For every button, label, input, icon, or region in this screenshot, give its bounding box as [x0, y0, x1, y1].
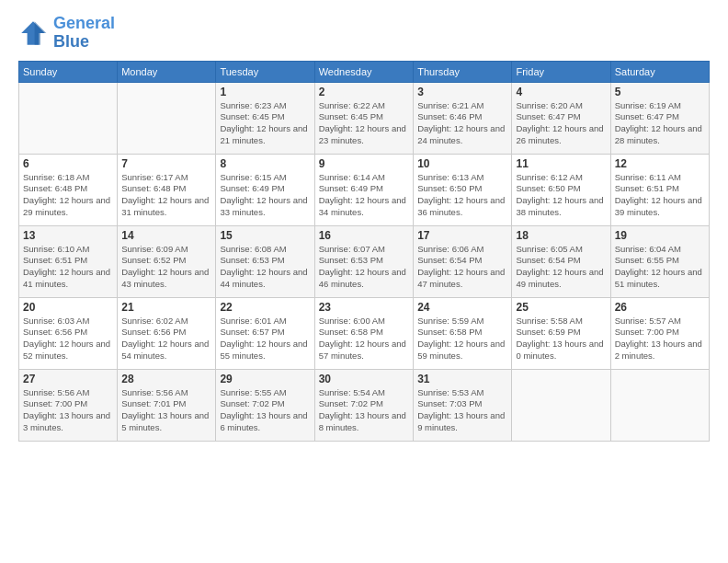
day-number: 7 — [121, 157, 211, 170]
day-number: 26 — [615, 301, 705, 314]
day-number: 25 — [516, 301, 606, 314]
calendar-cell: 18Sunrise: 6:05 AM Sunset: 6:54 PM Dayli… — [512, 225, 610, 297]
day-info: Sunrise: 6:04 AM Sunset: 6:55 PM Dayligh… — [615, 244, 705, 291]
day-info: Sunrise: 6:06 AM Sunset: 6:54 PM Dayligh… — [417, 244, 507, 291]
day-info: Sunrise: 6:22 AM Sunset: 6:45 PM Dayligh… — [319, 100, 409, 147]
header: General Blue — [18, 15, 710, 52]
page: General Blue SundayMondayTuesdayWednesda… — [0, 0, 728, 563]
day-info: Sunrise: 6:17 AM Sunset: 6:48 PM Dayligh… — [121, 172, 211, 219]
day-info: Sunrise: 6:23 AM Sunset: 6:45 PM Dayligh… — [220, 100, 310, 147]
day-info: Sunrise: 6:05 AM Sunset: 6:54 PM Dayligh… — [516, 244, 606, 291]
calendar-week-row: 6Sunrise: 6:18 AM Sunset: 6:48 PM Daylig… — [19, 154, 710, 225]
logo: General Blue — [18, 15, 115, 52]
day-info: Sunrise: 6:20 AM Sunset: 6:47 PM Dayligh… — [516, 100, 606, 147]
calendar-cell — [610, 369, 709, 441]
calendar-cell: 1Sunrise: 6:23 AM Sunset: 6:45 PM Daylig… — [216, 82, 314, 154]
weekday-header-cell: Wednesday — [314, 61, 413, 82]
weekday-header-cell: Monday — [118, 61, 216, 82]
day-number: 30 — [319, 373, 409, 385]
calendar-cell: 17Sunrise: 6:06 AM Sunset: 6:54 PM Dayli… — [414, 225, 512, 297]
weekday-header-cell: Thursday — [414, 61, 512, 82]
calendar-cell: 6Sunrise: 6:18 AM Sunset: 6:48 PM Daylig… — [19, 154, 118, 225]
calendar-cell: 25Sunrise: 5:58 AM Sunset: 6:59 PM Dayli… — [512, 297, 610, 369]
day-info: Sunrise: 5:58 AM Sunset: 6:59 PM Dayligh… — [516, 316, 606, 362]
day-info: Sunrise: 5:54 AM Sunset: 7:02 PM Dayligh… — [319, 387, 409, 434]
calendar-cell: 27Sunrise: 5:56 AM Sunset: 7:00 PM Dayli… — [19, 369, 118, 441]
calendar-cell: 2Sunrise: 6:22 AM Sunset: 6:45 PM Daylig… — [314, 82, 413, 154]
day-info: Sunrise: 6:09 AM Sunset: 6:52 PM Dayligh… — [121, 244, 211, 291]
day-number: 3 — [417, 86, 507, 98]
day-number: 31 — [417, 373, 507, 385]
calendar-cell: 14Sunrise: 6:09 AM Sunset: 6:52 PM Dayli… — [118, 225, 216, 297]
day-number: 18 — [516, 229, 606, 242]
day-number: 19 — [615, 229, 705, 242]
day-info: Sunrise: 6:01 AM Sunset: 6:57 PM Dayligh… — [220, 316, 310, 362]
calendar-cell — [19, 82, 118, 154]
calendar-week-row: 1Sunrise: 6:23 AM Sunset: 6:45 PM Daylig… — [19, 82, 710, 154]
day-info: Sunrise: 6:14 AM Sunset: 6:49 PM Dayligh… — [319, 172, 409, 219]
logo-text: General Blue — [53, 15, 115, 52]
calendar-cell: 20Sunrise: 6:03 AM Sunset: 6:56 PM Dayli… — [19, 297, 118, 369]
day-number: 9 — [319, 157, 409, 170]
calendar-cell: 11Sunrise: 6:12 AM Sunset: 6:50 PM Dayli… — [512, 154, 610, 225]
calendar-cell: 10Sunrise: 6:13 AM Sunset: 6:50 PM Dayli… — [414, 154, 512, 225]
day-info: Sunrise: 5:57 AM Sunset: 7:00 PM Dayligh… — [615, 316, 705, 362]
calendar-cell: 30Sunrise: 5:54 AM Sunset: 7:02 PM Dayli… — [314, 369, 413, 441]
logo-icon — [18, 18, 48, 48]
day-info: Sunrise: 6:12 AM Sunset: 6:50 PM Dayligh… — [516, 172, 606, 219]
day-number: 8 — [220, 157, 310, 170]
day-number: 6 — [23, 157, 113, 170]
calendar-body: 1Sunrise: 6:23 AM Sunset: 6:45 PM Daylig… — [19, 82, 710, 441]
day-info: Sunrise: 5:55 AM Sunset: 7:02 PM Dayligh… — [220, 387, 310, 434]
calendar-cell: 7Sunrise: 6:17 AM Sunset: 6:48 PM Daylig… — [118, 154, 216, 225]
weekday-header-row: SundayMondayTuesdayWednesdayThursdayFrid… — [19, 61, 710, 82]
weekday-header-cell: Saturday — [610, 61, 709, 82]
calendar-cell: 12Sunrise: 6:11 AM Sunset: 6:51 PM Dayli… — [610, 154, 709, 225]
day-info: Sunrise: 6:08 AM Sunset: 6:53 PM Dayligh… — [220, 244, 310, 291]
weekday-header-cell: Sunday — [19, 61, 118, 82]
day-number: 27 — [23, 373, 113, 385]
calendar-week-row: 27Sunrise: 5:56 AM Sunset: 7:00 PM Dayli… — [19, 369, 710, 441]
day-info: Sunrise: 6:18 AM Sunset: 6:48 PM Dayligh… — [23, 172, 113, 219]
weekday-header-cell: Tuesday — [216, 61, 314, 82]
calendar-table: SundayMondayTuesdayWednesdayThursdayFrid… — [18, 61, 710, 442]
calendar-cell: 31Sunrise: 5:53 AM Sunset: 7:03 PM Dayli… — [414, 369, 512, 441]
day-info: Sunrise: 6:02 AM Sunset: 6:56 PM Dayligh… — [121, 316, 211, 362]
calendar-cell: 21Sunrise: 6:02 AM Sunset: 6:56 PM Dayli… — [118, 297, 216, 369]
day-info: Sunrise: 6:21 AM Sunset: 6:46 PM Dayligh… — [417, 100, 507, 147]
calendar-cell — [118, 82, 216, 154]
day-number: 5 — [615, 86, 705, 98]
calendar-cell: 16Sunrise: 6:07 AM Sunset: 6:53 PM Dayli… — [314, 225, 413, 297]
calendar-cell: 28Sunrise: 5:56 AM Sunset: 7:01 PM Dayli… — [118, 369, 216, 441]
day-number: 29 — [220, 373, 310, 385]
day-info: Sunrise: 6:13 AM Sunset: 6:50 PM Dayligh… — [417, 172, 507, 219]
calendar-cell: 24Sunrise: 5:59 AM Sunset: 6:58 PM Dayli… — [414, 297, 512, 369]
day-number: 4 — [516, 86, 606, 98]
day-number: 23 — [319, 301, 409, 314]
calendar-cell: 3Sunrise: 6:21 AM Sunset: 6:46 PM Daylig… — [414, 82, 512, 154]
day-info: Sunrise: 6:00 AM Sunset: 6:58 PM Dayligh… — [319, 316, 409, 362]
day-info: Sunrise: 5:56 AM Sunset: 7:01 PM Dayligh… — [121, 387, 211, 434]
calendar-cell: 9Sunrise: 6:14 AM Sunset: 6:49 PM Daylig… — [314, 154, 413, 225]
calendar-cell: 23Sunrise: 6:00 AM Sunset: 6:58 PM Dayli… — [314, 297, 413, 369]
day-info: Sunrise: 6:03 AM Sunset: 6:56 PM Dayligh… — [23, 316, 113, 362]
day-number: 17 — [417, 229, 507, 242]
day-number: 15 — [220, 229, 310, 242]
calendar-cell: 19Sunrise: 6:04 AM Sunset: 6:55 PM Dayli… — [610, 225, 709, 297]
day-info: Sunrise: 6:19 AM Sunset: 6:47 PM Dayligh… — [615, 100, 705, 147]
day-number: 11 — [516, 157, 606, 170]
day-info: Sunrise: 5:53 AM Sunset: 7:03 PM Dayligh… — [417, 387, 507, 434]
day-number: 1 — [220, 86, 310, 98]
svg-marker-1 — [35, 21, 47, 45]
calendar-cell: 22Sunrise: 6:01 AM Sunset: 6:57 PM Dayli… — [216, 297, 314, 369]
day-number: 24 — [417, 301, 507, 314]
calendar-cell: 13Sunrise: 6:10 AM Sunset: 6:51 PM Dayli… — [19, 225, 118, 297]
calendar-cell — [512, 369, 610, 441]
calendar-cell: 15Sunrise: 6:08 AM Sunset: 6:53 PM Dayli… — [216, 225, 314, 297]
day-number: 21 — [121, 301, 211, 314]
calendar-cell: 26Sunrise: 5:57 AM Sunset: 7:00 PM Dayli… — [610, 297, 709, 369]
day-info: Sunrise: 6:15 AM Sunset: 6:49 PM Dayligh… — [220, 172, 310, 219]
day-number: 14 — [121, 229, 211, 242]
day-number: 20 — [23, 301, 113, 314]
day-number: 13 — [23, 229, 113, 242]
